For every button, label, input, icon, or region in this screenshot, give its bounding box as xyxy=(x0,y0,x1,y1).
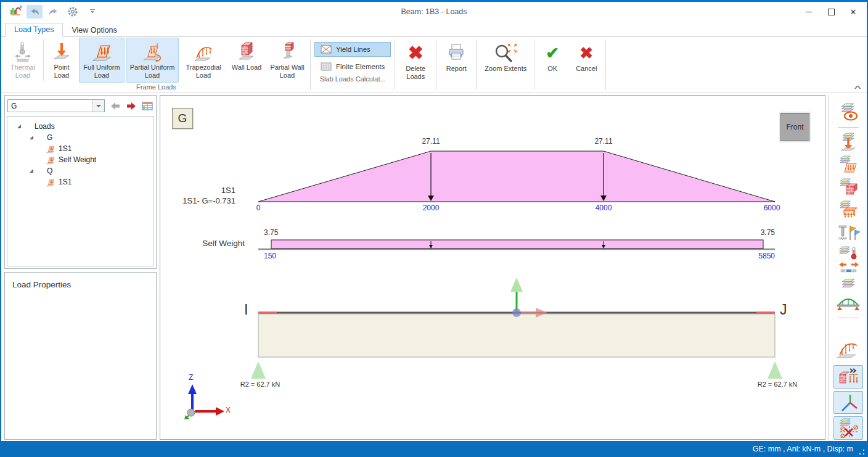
separator xyxy=(310,39,311,90)
app-logo-icon[interactable] xyxy=(7,5,23,19)
load-case-combo[interactable]: G xyxy=(7,99,105,112)
zoom-extents-icon xyxy=(493,41,518,65)
separator xyxy=(395,39,395,90)
node-j-label: J xyxy=(780,302,787,318)
tab-view-options[interactable]: View Options xyxy=(63,24,125,37)
arrow-right-icon xyxy=(126,102,137,110)
cancel-x-icon: ✖ xyxy=(579,45,593,61)
expander-icon[interactable] xyxy=(30,169,33,173)
full-uniform-load-button[interactable]: Full Uniform Load xyxy=(79,38,125,83)
thermal-load-button[interactable]: Thermal Load xyxy=(4,38,41,83)
layers-no-dimension-icon xyxy=(837,418,860,438)
trapezoidal-load-button[interactable]: Trapezodial Load xyxy=(180,38,227,83)
load2-value-right: 3.75 xyxy=(738,228,775,237)
arrow-left-icon xyxy=(110,102,121,110)
slab-thermal-load-button[interactable] xyxy=(833,245,863,274)
load-properties-panel: Load Properties xyxy=(4,272,157,440)
tree-item-q[interactable]: Q xyxy=(7,165,154,176)
local-axes-button[interactable] xyxy=(833,391,863,414)
load-tree-panel: G xyxy=(4,95,157,269)
tree-item-q-1s1[interactable]: 1S1 xyxy=(7,176,154,187)
layers-eye-icon xyxy=(837,103,860,121)
app-window: Beam: 1B3 - Loads ✕ Load Types View Opti… xyxy=(0,0,868,457)
frame-loads-group: Thermal Load Point Load xyxy=(4,37,309,93)
separator xyxy=(476,39,477,90)
title-bar: Beam: 1B3 - Loads ✕ xyxy=(1,0,867,22)
tree-item-g-self-weight[interactable]: Self Weight xyxy=(7,154,154,165)
undo-button[interactable] xyxy=(27,5,43,19)
yield-lines-toggle[interactable]: Yield Lines xyxy=(314,42,391,57)
report-button[interactable]: Report xyxy=(438,38,474,92)
load2-value-left: 3.75 xyxy=(264,228,278,237)
hide-load-values-button[interactable] xyxy=(833,416,863,440)
window-controls: ✕ xyxy=(798,4,867,20)
tree-item-g[interactable]: G xyxy=(7,132,154,143)
layers-wall-icon xyxy=(837,178,860,197)
zoom-extents-button[interactable]: Zoom Extents xyxy=(478,38,533,92)
support-loads-button[interactable] xyxy=(833,223,863,243)
close-button[interactable]: ✕ xyxy=(842,4,864,20)
customize-toolbar-button[interactable] xyxy=(90,9,95,15)
slab-wall-load-button[interactable] xyxy=(833,177,863,197)
previous-case-button[interactable] xyxy=(109,100,121,112)
bridge-loads-button[interactable] xyxy=(833,293,863,313)
partial-wall-load-button[interactable]: Partial Wall Load xyxy=(266,38,308,83)
partial-wall-load-icon xyxy=(277,40,298,64)
beam-body[interactable] xyxy=(258,313,775,357)
point-load-button[interactable]: Point Load xyxy=(46,38,78,83)
tree-item-loads[interactable]: Loads xyxy=(7,121,154,132)
separator xyxy=(838,318,859,318)
frame-loads-group-label: Frame Loads xyxy=(4,83,309,93)
undo-icon xyxy=(29,7,40,17)
separator xyxy=(534,39,535,90)
support-triangle-left xyxy=(251,361,266,379)
move-gizmo[interactable] xyxy=(510,278,547,318)
tab-load-types[interactable]: Load Types xyxy=(5,23,63,37)
self-weight-load-shape[interactable] xyxy=(258,240,775,249)
load1-pos-0: 0 xyxy=(246,204,271,212)
tree-item-g-1s1[interactable]: 1S1 xyxy=(7,143,154,154)
partial-uniform-load-button[interactable]: Partial Uniform Load xyxy=(126,38,179,83)
load1-pos-4000: 4000 xyxy=(585,204,622,212)
load-properties-title: Load Properties xyxy=(12,280,71,289)
slab-loads-visibility-button[interactable] xyxy=(833,102,863,123)
yield-lines-icon xyxy=(321,45,332,54)
load2-pos-right: 5850 xyxy=(738,252,775,260)
slab-point-load-button[interactable] xyxy=(833,132,863,152)
settings-button[interactable] xyxy=(65,5,81,19)
frame-trapezoid-load-button[interactable] xyxy=(833,334,863,363)
expander-icon[interactable] xyxy=(17,125,21,128)
resize-grip[interactable] xyxy=(859,449,865,455)
partial-uniform-load-icon xyxy=(141,40,163,64)
load-table-button[interactable] xyxy=(142,100,154,112)
redo-icon xyxy=(48,7,59,17)
cancel-button[interactable]: ✖ Cancel xyxy=(569,38,604,92)
slab-uniform-load-button[interactable] xyxy=(833,155,863,175)
collapse-ribbon-button[interactable]: ^ xyxy=(854,84,861,92)
thermal-load-icon xyxy=(12,40,33,64)
next-case-button[interactable] xyxy=(125,100,137,112)
axis-origin-sphere xyxy=(187,409,195,416)
minimize-button[interactable] xyxy=(798,4,820,20)
wall-load-transfer-button[interactable] xyxy=(833,365,863,389)
table-icon xyxy=(142,101,153,111)
slab-layers-button[interactable] xyxy=(833,276,863,290)
slab-area-load-button[interactable] xyxy=(833,200,863,220)
finite-elements-toggle[interactable]: Finite Elements xyxy=(314,59,391,74)
wall-transfer-icon xyxy=(837,367,860,387)
chevron-down-icon xyxy=(91,11,94,15)
trapezoid-load-shape[interactable] xyxy=(258,151,775,202)
gear-icon xyxy=(67,6,78,17)
right-toolbar xyxy=(829,95,867,440)
quick-access-toolbar xyxy=(1,5,95,19)
combo-dropdown-icon[interactable] xyxy=(92,100,104,112)
separator xyxy=(436,39,436,90)
view-orientation-button[interactable]: Front xyxy=(780,113,809,141)
expander-icon[interactable] xyxy=(30,136,33,139)
beam-view-canvas[interactable]: G Front 1S1 1S1- G=-0.731 27.11 27.11 0 … xyxy=(160,95,825,440)
maximize-button[interactable] xyxy=(820,4,842,20)
wall-load-button[interactable]: Wall Load xyxy=(228,38,265,83)
redo-button[interactable] xyxy=(46,5,62,19)
ok-button[interactable]: ✔ OK xyxy=(537,38,568,92)
delete-loads-button[interactable]: ✖ Delete Loads xyxy=(397,38,434,92)
